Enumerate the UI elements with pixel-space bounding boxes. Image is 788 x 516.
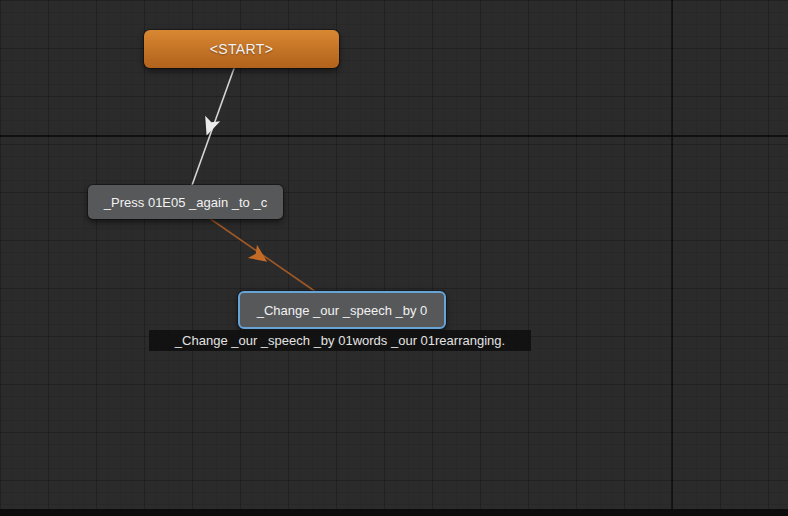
link-layer	[0, 0, 788, 516]
dialogue-node-press[interactable]: _Press 01E05 _again _to _c	[88, 185, 283, 219]
start-node[interactable]: <START>	[144, 30, 339, 68]
dialogue-node-label: _Press 01E05 _again _to _c	[104, 195, 267, 210]
arrowhead-icon	[248, 245, 272, 268]
graph-canvas[interactable]: <START> _Press 01E05 _again _to _c _Chan…	[0, 0, 788, 516]
bottom-edge-bar	[0, 509, 788, 516]
link-start-to-press[interactable]	[186, 49, 241, 202]
start-node-label: <START>	[210, 41, 274, 57]
node-tooltip-text: _Change _our _speech _by 01words _our 01…	[175, 333, 505, 348]
node-tooltip: _Change _our _speech _by 01words _our 01…	[149, 330, 531, 351]
dialogue-node-label: _Change _our _speech _by 0	[257, 303, 428, 318]
dialogue-node-change-selected[interactable]: _Change _our _speech _by 0	[238, 291, 446, 329]
